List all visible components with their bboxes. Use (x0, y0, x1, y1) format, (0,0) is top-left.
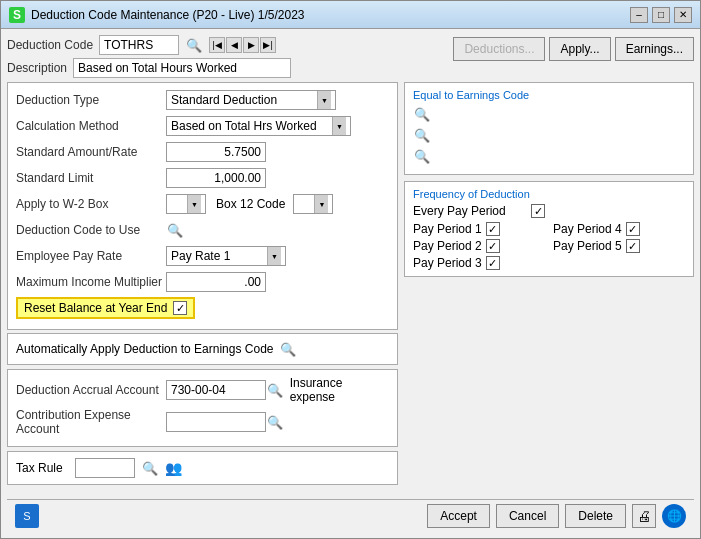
apply-w2-row: Apply to W-2 Box ▼ Box 12 Code ▼ (16, 193, 389, 215)
tax-rule-row: Tax Rule 🔍 👥 (16, 458, 389, 478)
delete-button[interactable]: Delete (565, 504, 626, 528)
title-buttons: – □ ✕ (630, 7, 692, 23)
earnings-search-1: 🔍 (413, 105, 685, 123)
close-button[interactable]: ✕ (674, 7, 692, 23)
search-icon-earnings-2[interactable]: 🔍 (413, 126, 431, 144)
reset-balance-row: Reset Balance at Year End (16, 297, 389, 319)
standard-amount-value (166, 142, 389, 162)
description-label: Description (7, 61, 67, 75)
nav-prev[interactable]: ◀ (226, 37, 242, 53)
footer-left: S (15, 504, 39, 528)
deduction-code-use-value: 🔍 (166, 221, 389, 239)
standard-amount-label: Standard Amount/Rate (16, 145, 166, 159)
calculation-method-row: Calculation Method Based on Total Hrs Wo… (16, 115, 389, 137)
reset-balance-highlight: Reset Balance at Year End (16, 297, 195, 319)
reset-balance-checkbox[interactable] (173, 301, 187, 315)
accept-button[interactable]: Accept (427, 504, 490, 528)
apply-w2-label: Apply to W-2 Box (16, 197, 166, 211)
standard-limit-value (166, 168, 389, 188)
employee-pay-rate-select[interactable]: Pay Rate 1 ▼ (166, 246, 286, 266)
earnings-code-title: Equal to Earnings Code (413, 89, 685, 101)
employee-pay-rate-arrow[interactable]: ▼ (267, 247, 281, 265)
minimize-button[interactable]: – (630, 7, 648, 23)
tax-rule-input[interactable] (75, 458, 135, 478)
pay-period-2-row: Pay Period 2 (413, 239, 545, 253)
max-income-label: Maximum Income Multiplier (16, 275, 166, 289)
employee-pay-rate-label: Employee Pay Rate (16, 249, 166, 263)
box12-select[interactable]: ▼ (293, 194, 333, 214)
search-icon-auto-apply[interactable]: 🔍 (279, 340, 297, 358)
auto-apply-section: Automatically Apply Deduction to Earning… (7, 333, 398, 365)
deduction-code-use-row: Deduction Code to Use 🔍 (16, 219, 389, 241)
people-icon[interactable]: 👥 (165, 460, 182, 476)
apply-w2-select[interactable]: ▼ (166, 194, 206, 214)
content-area: Deduction Code 🔍 |◀ ◀ ▶ ▶| Description (1, 29, 700, 538)
deduction-type-label: Deduction Type (16, 93, 166, 107)
max-income-input[interactable] (166, 272, 266, 292)
contribution-input[interactable] (166, 412, 266, 432)
pay-period-1-checkbox[interactable] (486, 222, 500, 236)
calculation-method-arrow[interactable]: ▼ (332, 117, 346, 135)
cancel-button[interactable]: Cancel (496, 504, 559, 528)
print-icon[interactable]: 🖨 (632, 504, 656, 528)
standard-amount-input[interactable] (166, 142, 266, 162)
pay-period-5-checkbox[interactable] (626, 239, 640, 253)
pay-period-5-label: Pay Period 5 (553, 239, 622, 253)
deduction-type-row: Deduction Type Standard Deduction ▼ (16, 89, 389, 111)
earnings-search-2: 🔍 (413, 126, 685, 144)
footer: S Accept Cancel Delete 🖨 🌐 (7, 499, 694, 532)
box12-arrow[interactable]: ▼ (314, 195, 328, 213)
deduction-code-input[interactable] (99, 35, 179, 55)
deductions-button[interactable]: Deductions... (453, 37, 545, 61)
pay-period-3-label: Pay Period 3 (413, 256, 482, 270)
main-area: Deduction Type Standard Deduction ▼ Calc… (7, 82, 694, 495)
earnings-search-3: 🔍 (413, 147, 685, 165)
contribution-row: Contribution Expense Account 🔍 (16, 408, 389, 436)
main-window: S Deduction Code Maintenance (P20 - Live… (0, 0, 701, 539)
app-footer-icon[interactable]: S (15, 504, 39, 528)
title-bar: S Deduction Code Maintenance (P20 - Live… (1, 1, 700, 29)
pay-period-1-row: Pay Period 1 (413, 222, 545, 236)
standard-limit-input[interactable] (166, 168, 266, 188)
apply-w2-arrow[interactable]: ▼ (187, 195, 201, 213)
search-icon-contribution[interactable]: 🔍 (266, 413, 284, 431)
search-icon-accrual[interactable]: 🔍 (266, 381, 284, 399)
pay-period-4-checkbox[interactable] (626, 222, 640, 236)
accrual-input[interactable] (166, 380, 266, 400)
standard-limit-row: Standard Limit (16, 167, 389, 189)
nav-first[interactable]: |◀ (209, 37, 225, 53)
max-income-value (166, 272, 389, 292)
accrual-section: Deduction Accrual Account 🔍 Insurance ex… (7, 369, 398, 447)
tax-rule-section: Tax Rule 🔍 👥 (7, 451, 398, 485)
pay-period-3-checkbox[interactable] (486, 256, 500, 270)
pay-period-1-label: Pay Period 1 (413, 222, 482, 236)
description-input[interactable] (73, 58, 291, 78)
pay-period-3-row: Pay Period 3 (413, 256, 545, 270)
restore-button[interactable]: □ (652, 7, 670, 23)
box12-label: Box 12 Code (216, 197, 285, 211)
earnings-button[interactable]: Earnings... (615, 37, 694, 61)
deduction-type-arrow[interactable]: ▼ (317, 91, 331, 109)
nav-icons: |◀ ◀ ▶ ▶| (209, 37, 276, 53)
auto-apply-label: Automatically Apply Deduction to Earning… (16, 342, 273, 356)
nav-last[interactable]: ▶| (260, 37, 276, 53)
calculation-method-select[interactable]: Based on Total Hrs Worked ▼ (166, 116, 351, 136)
pay-period-2-checkbox[interactable] (486, 239, 500, 253)
every-pay-period-checkbox[interactable] (531, 204, 545, 218)
bottom-sections: Automatically Apply Deduction to Earning… (7, 333, 398, 485)
deduction-code-use-label: Deduction Code to Use (16, 223, 166, 237)
search-icon-deduction-use[interactable]: 🔍 (166, 221, 184, 239)
nav-next[interactable]: ▶ (243, 37, 259, 53)
app-icon: S (9, 7, 25, 23)
left-panel: Deduction Type Standard Deduction ▼ Calc… (7, 82, 398, 495)
search-icon-earnings-3[interactable]: 🔍 (413, 147, 431, 165)
globe-icon[interactable]: 🌐 (662, 504, 686, 528)
search-icon-code[interactable]: 🔍 (185, 36, 203, 54)
apply-button[interactable]: Apply... (549, 37, 610, 61)
accrual-label: Deduction Accrual Account (16, 383, 166, 397)
description-row: Description (7, 58, 425, 78)
deduction-type-select[interactable]: Standard Deduction ▼ (166, 90, 336, 110)
search-icon-earnings-1[interactable]: 🔍 (413, 105, 431, 123)
frequency-title: Frequency of Deduction (413, 188, 685, 200)
search-icon-tax-rule[interactable]: 🔍 (141, 459, 159, 477)
